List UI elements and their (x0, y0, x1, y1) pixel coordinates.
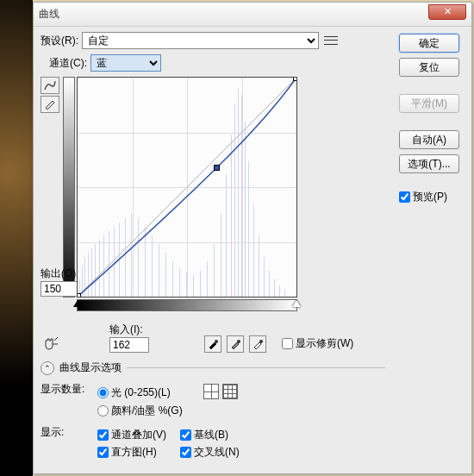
baseline-checkbox[interactable]: 基线(B) (180, 428, 240, 442)
options-button[interactable]: 选项(T)... (399, 154, 459, 173)
close-button[interactable]: ✕ (428, 4, 466, 20)
toggle-options-icon[interactable]: ⌃ (41, 361, 54, 375)
input-gradient (77, 299, 297, 311)
curve-svg (78, 78, 296, 297)
svg-point-1 (237, 340, 240, 343)
curve-tool-icon[interactable] (41, 77, 59, 94)
intersection-checkbox[interactable]: 交叉线(N) (180, 445, 240, 460)
channel-overlay-checkbox[interactable]: 通道叠加(V) (97, 428, 166, 442)
output-input[interactable] (41, 281, 80, 297)
options-toggle-label: 曲线显示选项 (59, 360, 122, 375)
black-slider[interactable] (73, 300, 82, 307)
preset-menu-icon[interactable] (324, 34, 338, 47)
channel-select[interactable]: 蓝 (90, 54, 161, 72)
show-clip-checkbox[interactable]: 显示修剪(W) (282, 336, 353, 351)
curve-point-highlight[interactable] (293, 77, 297, 81)
baseline (78, 78, 296, 297)
hand-tool-icon[interactable] (41, 334, 66, 354)
channel-label: 通道(C): (49, 56, 87, 71)
eyedropper-white-icon[interactable] (249, 335, 266, 353)
preset-label: 预设(R): (41, 34, 78, 48)
curve-graph[interactable] (77, 77, 297, 298)
auto-button[interactable]: 自动(A) (399, 130, 459, 149)
pigment-radio[interactable]: 颜料/油墨 %(G) (97, 404, 183, 418)
input-input[interactable] (109, 337, 149, 353)
display-amount-label: 显示数量: (41, 382, 97, 397)
svg-point-2 (259, 340, 263, 343)
preset-select[interactable]: 自定 (82, 32, 319, 49)
dialog-title: 曲线 (39, 7, 59, 22)
smooth-button: 平滑(M) (399, 94, 459, 113)
curves-dialog: 曲线 ✕ 预设(R): 自定 通道(C): 蓝 (33, 2, 472, 474)
titlebar[interactable]: 曲线 ✕ (34, 3, 471, 27)
pencil-tool-icon[interactable] (41, 96, 59, 113)
ok-button[interactable]: 确定 (399, 34, 459, 53)
input-label: 输入(I): (109, 323, 149, 337)
eyedropper-black-icon[interactable] (204, 335, 221, 353)
light-radio[interactable]: 光 (0-255)(L) (97, 385, 183, 400)
grid-coarse-icon[interactable] (203, 384, 219, 399)
reset-button[interactable]: 复位 (399, 58, 459, 77)
preview-checkbox[interactable]: 预览(P) (399, 190, 463, 204)
histogram-checkbox[interactable]: 直方图(H) (97, 445, 166, 460)
white-slider[interactable] (292, 300, 301, 307)
curve-point-shadow[interactable] (77, 293, 81, 298)
curve-point-selected[interactable] (214, 165, 220, 171)
output-gradient (63, 77, 75, 298)
eyedropper-gray-icon[interactable] (227, 335, 244, 353)
show-label: 显示: (41, 425, 97, 440)
grid-fine-icon[interactable] (222, 384, 238, 399)
svg-point-0 (215, 340, 218, 343)
